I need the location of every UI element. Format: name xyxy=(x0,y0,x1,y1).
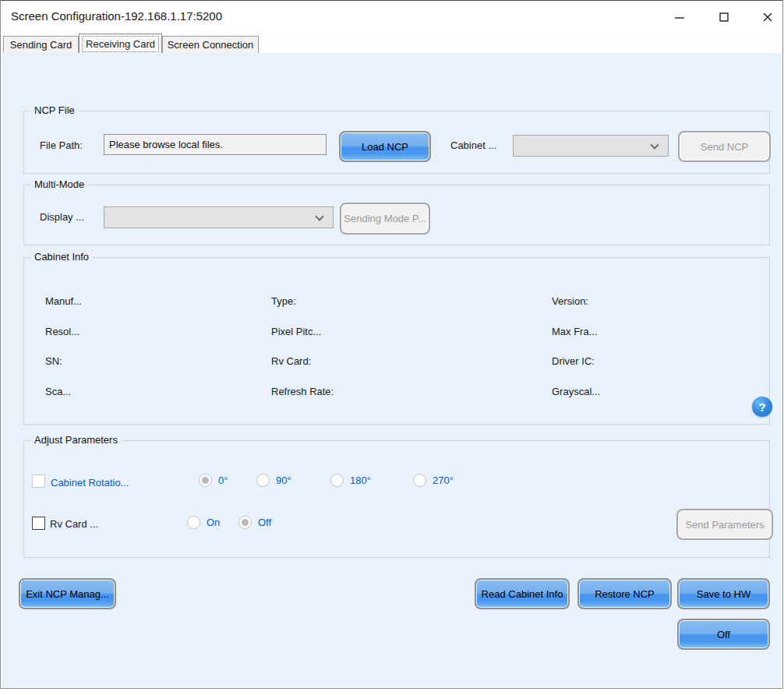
rotation-180-option[interactable]: 180° xyxy=(330,474,371,487)
refresh-rate-label: Refresh Rate: xyxy=(271,386,334,397)
version-label: Version: xyxy=(552,295,588,307)
rv-card-label: Rv Card: xyxy=(271,355,311,367)
cabinet-rotation-checkbox[interactable] xyxy=(32,475,45,488)
max-frame-label: Max Fra... xyxy=(552,326,598,337)
sending-mode-button-label: Sending Mode P... xyxy=(344,213,426,224)
screenshot-root: Screen Configuration-192.168.1.17:5200 S xyxy=(0,0,784,695)
tabstrip: Sending Card Receiving Card Screen Conne… xyxy=(1,34,782,53)
read-cabinet-info-button[interactable]: Read Cabinet Info xyxy=(475,578,570,609)
rotation-0-radio[interactable] xyxy=(199,474,212,487)
send-parameters-button[interactable]: Send Parameters xyxy=(676,509,773,540)
window-title: Screen Configuration-192.168.1.17:5200 xyxy=(11,9,222,23)
resolution-label: Resol... xyxy=(45,326,79,337)
minimize-icon xyxy=(674,12,685,23)
help-icon[interactable]: ? xyxy=(752,397,772,417)
grayscale-label: Grayscal... xyxy=(552,386,600,397)
rotation-0-option[interactable]: 0° xyxy=(199,474,228,487)
rotation-270-label: 270° xyxy=(433,475,454,486)
chevron-down-icon xyxy=(315,212,323,220)
titlebar: Screen Configuration-192.168.1.17:5200 xyxy=(1,1,782,34)
driver-ic-label: Driver IC: xyxy=(552,355,595,367)
rotation-270-option[interactable]: 270° xyxy=(413,474,454,487)
rotation-270-radio[interactable] xyxy=(413,474,426,487)
rv-card-off-radio[interactable] xyxy=(238,516,252,529)
rv-card-off-option[interactable]: Off xyxy=(238,516,271,529)
multi-mode-group-title: Multi-Mode xyxy=(30,178,88,190)
save-to-hw-button[interactable]: Save to HW xyxy=(677,578,770,609)
scan-label: Sca... xyxy=(45,386,71,397)
help-icon-glyph: ? xyxy=(758,400,765,414)
exit-button-label: Exit NCP Manag... xyxy=(26,588,109,600)
file-path-label: File Path: xyxy=(40,139,83,151)
maximize-button[interactable] xyxy=(712,7,736,27)
sn-label: SN: xyxy=(45,355,62,367)
cabinet-info-group: Cabinet Info Manuf... Type: Version: Res… xyxy=(23,257,770,425)
type-label: Type: xyxy=(271,295,296,307)
tab-receiving-card[interactable]: Receiving Card xyxy=(79,34,162,53)
file-path-input[interactable] xyxy=(104,134,327,155)
receiving-card-panel: NCP File File Path: Load NCP Cabinet ...… xyxy=(2,53,782,687)
read-cabinet-info-label: Read Cabinet Info xyxy=(482,588,563,600)
cabinet-rotation-label: Cabinet Rotatio... xyxy=(51,477,129,489)
rv-card-checkbox-label: Rv Card ... xyxy=(50,518,98,530)
rv-card-on-label: On xyxy=(207,517,220,528)
close-button[interactable] xyxy=(756,7,779,27)
maximize-icon xyxy=(719,12,729,23)
rotation-90-option[interactable]: 90° xyxy=(256,474,291,487)
chevron-down-icon xyxy=(650,140,659,149)
restore-ncp-button[interactable]: Restore NCP xyxy=(577,578,672,609)
manufacturer-label: Manuf... xyxy=(45,295,82,307)
exit-ncp-management-button[interactable]: Exit NCP Manag... xyxy=(19,578,116,609)
minimize-button[interactable] xyxy=(668,7,691,27)
send-parameters-button-label: Send Parameters xyxy=(685,519,764,531)
cabinet-info-group-title: Cabinet Info xyxy=(30,251,93,263)
send-ncp-button[interactable]: Send NCP xyxy=(678,131,771,162)
rv-card-on-radio[interactable] xyxy=(187,516,200,529)
off-button-label: Off xyxy=(717,629,730,640)
pixel-pitch-label: Pixel Pitc... xyxy=(271,326,321,337)
close-icon xyxy=(762,12,773,23)
adjust-parameters-group: Adjust Parameters Cabinet Rotatio... 0° … xyxy=(23,440,770,558)
rotation-180-label: 180° xyxy=(350,475,371,486)
ncp-file-group: NCP File File Path: Load NCP Cabinet ...… xyxy=(23,111,770,174)
tab-label: Receiving Card xyxy=(86,38,155,50)
ncp-file-group-title: NCP File xyxy=(30,104,79,116)
tab-label: Screen Connection xyxy=(168,39,254,51)
rv-card-off-label: Off xyxy=(258,517,271,528)
restore-ncp-label: Restore NCP xyxy=(595,588,655,600)
load-ncp-button-label: Load NCP xyxy=(362,141,408,153)
cabinet-label: Cabinet ... xyxy=(450,139,496,151)
rotation-0-label: 0° xyxy=(218,475,228,486)
send-ncp-button-label: Send NCP xyxy=(701,141,748,153)
app-window: Screen Configuration-192.168.1.17:5200 S xyxy=(0,0,783,689)
display-mode-dropdown[interactable] xyxy=(104,206,334,228)
sending-mode-button[interactable]: Sending Mode P... xyxy=(340,203,430,235)
display-label: Display ... xyxy=(40,211,84,223)
rv-card-on-option[interactable]: On xyxy=(187,516,220,529)
off-button[interactable]: Off xyxy=(677,619,770,650)
rotation-90-radio[interactable] xyxy=(256,474,270,487)
tab-screen-connection[interactable]: Screen Connection xyxy=(162,36,259,53)
save-to-hw-label: Save to HW xyxy=(697,588,750,600)
adjust-parameters-group-title: Adjust Parameters xyxy=(30,434,122,446)
cabinet-dropdown[interactable] xyxy=(513,135,669,157)
load-ncp-button[interactable]: Load NCP xyxy=(339,131,431,162)
multi-mode-group: Multi-Mode Display ... Sending Mode P... xyxy=(23,185,770,245)
tab-sending-card[interactable]: Sending Card xyxy=(3,36,79,53)
rotation-180-radio[interactable] xyxy=(330,474,344,487)
rv-card-checkbox[interactable] xyxy=(32,517,45,530)
tab-label: Sending Card xyxy=(10,39,72,51)
rotation-90-label: 90° xyxy=(276,475,291,486)
